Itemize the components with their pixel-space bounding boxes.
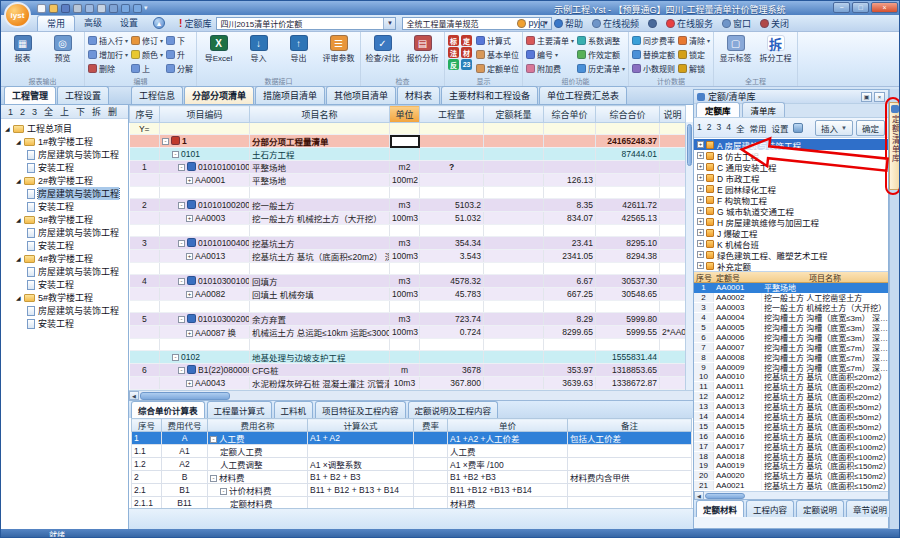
quick-access-caret-icon[interactable]: ▾ [144,4,148,12]
tree-item-8[interactable]: 房屋建筑与装饰工程 [1,226,128,239]
refresh-icon[interactable] [793,123,803,133]
quota-bottom-tab-1[interactable]: 工程内容 [746,500,794,517]
ribbon-button-2-3[interactable]: ☰评审参数 [320,33,357,63]
expand-icon[interactable]: + [186,177,193,184]
quota-toolbar-button-4[interactable]: 全 [736,122,745,134]
quota-list-row[interactable]: 21AA0021挖基坑土方 基坑（底面积≤150m2） [694,481,888,491]
detail-row[interactable]: 1A-人工费A1 + A2A1 +A2 +人工价差包括人工价差 [132,432,692,445]
collapse-icon[interactable]: - [172,151,179,158]
quota-tree-item-8[interactable]: +J 爆破工程 [694,227,888,238]
tree-item-2[interactable]: 房屋建筑与装饰工程 [1,148,128,161]
expand-icon[interactable]: + [697,174,704,181]
cell-unit[interactable] [390,148,420,161]
grid-row[interactable]: 4-010103001004回填方m34578.326.6730537.30 [130,275,686,288]
quota-toolbar-button-2[interactable]: 3 [716,122,721,134]
ribbon-button-1-4[interactable]: 颜色▾ [131,47,163,61]
tree-item-4[interactable]: ◢2#教学楼工程 [1,174,128,187]
tree-item-9[interactable]: 安装工程 [1,239,128,252]
detail-row[interactable]: 2.1B1-计价材料费B11 + B12 + B13 + B14B11 +B12… [132,484,692,497]
cell-code[interactable]: -1 [160,135,250,148]
detail-col-1[interactable]: 费用代号 [162,419,208,432]
ribbon-button-6-0[interactable]: 同步费率 [632,33,675,47]
ribbon-button-6-1[interactable]: 替换定额 [632,47,675,61]
collapse-icon[interactable]: - [178,164,185,171]
ribbon-button-4-0[interactable]: 计算式 [476,33,519,47]
quota-tree-item-11[interactable]: +补充定额 [694,260,888,271]
tree-item-11[interactable]: 房屋建筑与装饰工程 [1,265,128,278]
cell-code[interactable]: +AA0003 [160,212,250,225]
expand-icon[interactable]: + [697,163,704,170]
cell-unit[interactable]: 100m3 [390,212,420,225]
menu-tab-1[interactable]: 高级 [75,15,111,31]
ribbon-button-5-2[interactable]: 附加费 [526,61,574,75]
cell-unit[interactable] [390,351,420,364]
close-icon[interactable]: × [874,92,885,102]
quota-toolbar-button-5[interactable]: 常用 [749,122,766,134]
detail-tab-3[interactable]: 项目特征及工程内容 [315,401,406,418]
ribbon-button-5-1[interactable]: 编号▾ [526,47,574,61]
quota-tree-item-1[interactable]: +B 仿古工程 [694,150,888,161]
detail-tab-1[interactable]: 工程量计算式 [207,401,272,418]
quota-library-select[interactable]: 四川2015清单计价定额 ▼ [216,17,396,30]
open-icon[interactable] [49,4,58,13]
collapse-icon[interactable]: - [178,240,185,247]
main-tab-0[interactable]: 工程信息 [131,86,183,104]
tree-item-13[interactable]: ◢5#教学楼工程 [1,291,128,304]
collapse-icon[interactable]: - [220,488,227,495]
ribbon-button-1-0[interactable]: 插入行▾ [88,33,128,47]
main-tab-5[interactable]: 主要材料和工程设备 [441,86,538,104]
left-tab-1[interactable]: 工程设置 [57,86,109,104]
scroll-left-icon[interactable]: ◀ [129,391,139,400]
grid-row[interactable]: +AA0082回填土 机械夯填100m345.783667.2530548.65 [130,288,686,301]
ribbon-button-2-2[interactable]: ↑导出 [280,33,317,63]
utility-item-5[interactable]: 窗口 [722,17,751,30]
tree-toolbar-button-5[interactable]: 下 [76,105,85,118]
grid-row[interactable]: +AA0001平整场地100m2126.13 [130,174,686,187]
tree-toolbar-button-2[interactable]: 3 [32,107,37,117]
ribbon-button-1-5[interactable]: 上 [131,61,163,75]
ribbon-button-2-0[interactable]: X导Excel [200,33,237,63]
quota-tree-item-6[interactable]: +G 城市轨道交通工程 [694,205,888,216]
ribbon-button-0-1[interactable]: ◎预览 [44,33,81,63]
tree-item-3[interactable]: 安装工程 [1,161,128,174]
tree-item-15[interactable]: 安装工程 [1,317,128,330]
scrollbar-thumb[interactable] [687,124,692,166]
expand-icon[interactable]: + [697,207,704,214]
detail-tab-2[interactable]: 工料机 [274,401,314,418]
quota-toolbar-button-3[interactable]: 4 [726,122,731,134]
detail-row[interactable]: 1.1A1定额人工费人工费 [132,445,692,458]
ribbon-button-1-2[interactable]: 删除 [88,61,128,75]
grid-row[interactable]: 2-010101002002挖一般土方m35103.28.3542611.72 [130,199,686,212]
expand-icon[interactable]: + [697,240,704,247]
display-badge-5[interactable]: 23 [461,59,472,70]
tree-item-10[interactable]: ◢4#教学楼工程 [1,252,128,265]
ribbon-button-6-3[interactable]: 清除▾ [678,33,710,47]
left-tab-0[interactable]: 工程管理 [4,86,56,104]
tree-toolbar-button-6[interactable]: 拆 [92,105,101,118]
cell-unit[interactable]: 100m3 [390,288,420,301]
expand-icon[interactable]: + [186,253,193,260]
collapse-icon[interactable]: - [178,316,185,323]
expander-icon[interactable]: ◢ [16,177,24,184]
expand-icon[interactable]: + [186,215,193,222]
ribbon-button-1-7[interactable]: 升 [166,47,193,61]
ribbon-button-5-4[interactable]: 作效定额 [577,47,625,61]
collapse-icon[interactable]: - [210,436,217,443]
display-badge-1[interactable]: 定 [461,35,472,46]
quota-bottom-tab-2[interactable]: 定额说明 [796,500,844,517]
cell-unit[interactable]: 100m3 [390,326,420,339]
save-icon[interactable] [61,4,70,13]
ribbon-button-5-3[interactable]: 系数调整 [577,33,625,47]
main-col-6[interactable]: 综合单价 [544,106,596,123]
cell-code[interactable]: +AA0013 [160,250,250,263]
formula-icon[interactable] [109,4,118,13]
quota-toolbar-button-1[interactable]: 2 [707,122,712,134]
quota-tree-item-7[interactable]: +H 房屋建筑维修与加固工程 [694,216,888,227]
quota-toolbar-button-6[interactable]: 设置 [771,122,788,134]
ribbon-button-1-3[interactable]: 修订▾ [131,33,163,47]
grid-row[interactable]: +AA0013挖基坑土方 基坑（底面积≤20m2） 深度…100m33.5432… [130,250,686,263]
insert-button[interactable]: 插入▼ [815,120,853,136]
detail-col-2[interactable]: 费用名称 [208,419,308,432]
cell-code[interactable]: -010101002002 [160,199,250,212]
expand-icon[interactable]: + [697,196,704,203]
